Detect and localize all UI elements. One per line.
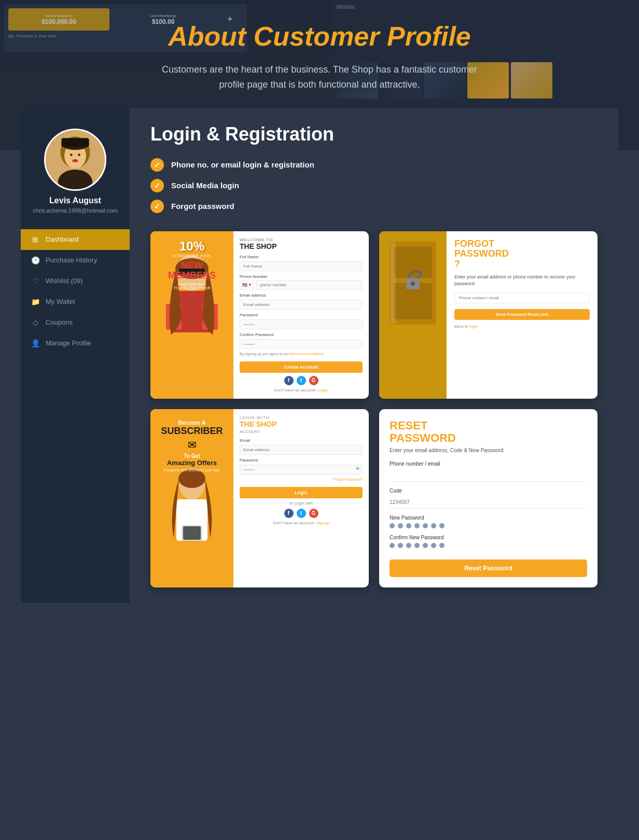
password-input[interactable] [240,319,363,329]
reset-phone-input[interactable] [390,469,587,482]
cdot-6 [431,543,436,548]
person-icon: 👤 [31,339,39,347]
sidebar: Levis August chris.achema.1998@hotmail.c… [21,108,130,603]
reset-title: RESETPASSWORD [390,419,587,444]
svg-point-25 [178,469,205,488]
reset-description: Enter your email address, Code & New Pas… [390,447,587,453]
password-label: Password [240,313,363,317]
new-members: NEWMEMBERS [150,261,233,282]
confirm-new-password-label: Confirm New Password [390,535,587,540]
login-link[interactable]: login [469,324,478,329]
cdot-1 [390,543,395,548]
shop-title: THE SHOP [240,242,363,250]
about-section: About Customer Profile Customers are the… [0,0,639,108]
feature-text-3: Forgot password [171,202,234,211]
dot-7 [439,523,444,528]
sidebar-email: chris.achema.1998@hotmail.com [26,207,124,214]
sidebar-item-label: Coupons [46,318,73,326]
or-text: or Login with [289,501,313,506]
reg-card-right: WELCOME TO THE SHOP Full Name Phone Numb… [233,231,369,399]
code-input[interactable] [390,496,587,509]
terms-text: By signing up you agree to our terms and… [240,352,363,356]
password-field: Password [240,313,363,329]
login-password-label: Password [240,458,363,463]
forgot-email-input[interactable] [454,292,590,303]
dot-2 [398,523,403,528]
profile-section: Levis August chris.achema.1998@hotmail.c… [21,108,618,603]
subscriber-text: Become A SUBSCRIBER ✉ To Get Amazing Off… [150,419,233,472]
phone-input[interactable] [256,280,363,290]
terms-link[interactable]: terms and conditions [290,352,324,356]
heart-icon: ♡ [31,277,39,285]
reg-promo: 10% DISCOUNT FOR NEWMEMBERS REGISTER NOW… [150,239,233,290]
phone-email-label: Phone number / email [390,461,587,467]
forgot-password-card: FORGOT PASSWORD ? Enter your email addre… [379,231,598,399]
google-login-icon[interactable]: G [309,509,318,518]
google-icon[interactable]: G [309,376,318,385]
sidebar-item-label: Dashboard [46,235,79,243]
cdot-3 [406,543,411,548]
svg-point-8 [72,159,78,162]
reset-password-button[interactable]: Reset Password [390,559,587,577]
sidebar-avatar-area: Levis August chris.achema.1998@hotmail.c… [21,118,130,221]
login-card-right: LOGIN WITH THE SHOP ACCOUNT Email Passwo… [233,409,369,587]
send-reset-link-button[interactable]: Send Password Reset Link [454,309,590,320]
dropdown-arrow: ▼ [248,283,252,286]
sidebar-item-manage-profile[interactable]: 👤 Manage Profile [21,333,130,354]
forgot-card-left [379,231,447,399]
avatar [44,129,106,191]
signup-link[interactable]: Signup [316,521,329,525]
country-select[interactable]: 🇺🇸 ▼ [240,280,254,290]
login-card: Become A SUBSCRIBER ✉ To Get Amazing Off… [150,409,369,587]
sidebar-username: Levis August [26,196,124,205]
svg-point-7 [78,153,80,156]
page-wrapper: Wallet Balance $100,000.00 Last Recharge… [0,0,639,840]
sidebar-item-label: My Wallet [46,298,75,305]
sidebar-item-wishlist[interactable]: ♡ Wishlist (09) [21,271,130,291]
or-login-divider: or Login with [240,501,363,506]
feature-item-1: ✓ Phone no. or email login & registratio… [150,158,598,172]
sidebar-item-coupons[interactable]: ◇ Coupons [21,312,130,333]
twitter-icon[interactable]: t [297,376,306,385]
twitter-login-icon[interactable]: t [297,509,306,518]
forgot-password-link[interactable]: Forgot Password? [240,478,363,481]
sidebar-item-wallet[interactable]: 📁 My Wallet [21,291,130,312]
become-a-label: Become A [155,419,229,426]
confirm-password-input[interactable] [240,339,363,349]
discount-label: DISCOUNT FOR [150,254,233,258]
folder-icon: 📁 [31,298,39,306]
full-name-label: Full Name [240,255,363,259]
svg-rect-28 [183,526,201,540]
login-link[interactable]: Login [318,388,328,393]
email-input[interactable] [240,300,363,310]
account-label: ACCOUNT [240,429,363,434]
sidebar-item-purchase-history[interactable]: 🕐 Purchase History [21,250,130,271]
facebook-icon[interactable]: f [284,376,294,385]
new-password-dots [390,523,587,528]
dot-5 [423,523,428,528]
svg-point-21 [411,282,415,286]
cdot-5 [423,543,428,548]
login-social-icons: f t G [240,509,363,518]
full-name-input[interactable] [240,261,363,271]
dot-4 [414,523,420,528]
phone-row: 🇺🇸 ▼ [240,280,363,290]
features-list: ✓ Phone no. or email login & registratio… [150,158,598,213]
cdot-7 [439,543,444,548]
login-email-input[interactable] [240,445,363,455]
login-password-field: Password 👁 [240,458,363,474]
sidebar-item-dashboard[interactable]: ⊞ Dashboard [21,229,130,250]
confirm-password-field: Confirm Password [240,332,363,349]
login-password-input[interactable] [240,465,363,474]
eye-icon[interactable]: 👁 [355,466,360,471]
to-get-label: To Get [155,453,229,459]
right-content: Login & Registration ✓ Phone no. or emai… [130,108,618,603]
facebook-login-icon[interactable]: f [284,509,294,518]
create-account-button[interactable]: Create Account [240,361,363,373]
login-button[interactable]: Login [240,487,363,498]
dot-6 [431,523,436,528]
login-reg-heading: Login & Registration [150,123,598,145]
confirm-password-dots [390,543,587,548]
full-name-field: Full Name [240,255,363,271]
svg-rect-5 [61,138,89,147]
